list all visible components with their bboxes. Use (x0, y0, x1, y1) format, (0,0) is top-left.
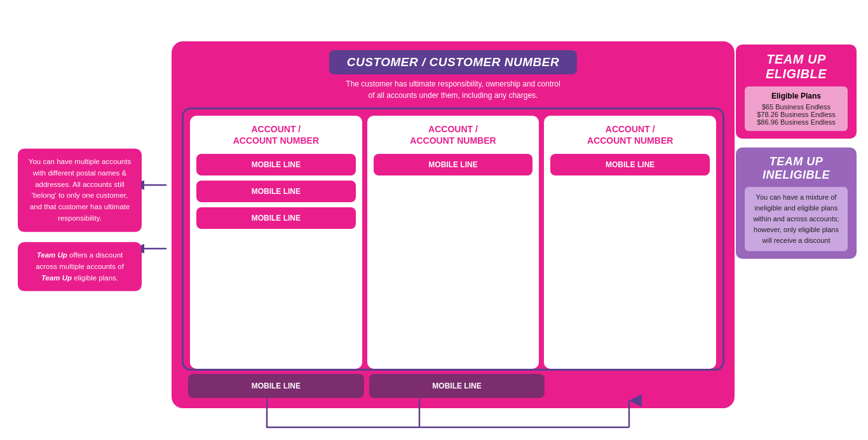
team-up-info: Team Up offers a discount across multipl… (18, 242, 142, 291)
right-info-panel: TEAM UP ELIGIBLE Eligible Plans $65 Busi… (736, 45, 857, 259)
mobile-line-1-1: MOBILE LINE (196, 154, 356, 175)
account-2-header: ACCOUNT / ACCOUNT NUMBER (374, 123, 533, 146)
multiple-accounts-info: You can have multiple accounts with diff… (18, 149, 142, 232)
team-up-ineligible-box: TEAM UP INELIGIBLE You can have a mixtur… (736, 148, 857, 259)
bottom-mobile-lines: MOBILE LINE MOBILE LINE (182, 369, 724, 398)
team-up-info-text: Team Up offers a discount across multipl… (36, 251, 124, 282)
bottom-empty-col (550, 374, 718, 398)
account-col-1: ACCOUNT / ACCOUNT NUMBER MOBILE LINE MOB… (190, 116, 362, 369)
customer-header: CUSTOMER / CUSTOMER NUMBER (329, 50, 577, 74)
team-up-eligible-header: TEAM UP ELIGIBLE (745, 52, 848, 81)
account-col-3: ACCOUNT / ACCOUNT NUMBER MOBILE LINE (544, 116, 716, 369)
team-up-eligible-box: TEAM UP ELIGIBLE Eligible Plans $65 Busi… (736, 45, 857, 139)
account-3-header: ACCOUNT / ACCOUNT NUMBER (550, 123, 710, 146)
left-info-panel: You can have multiple accounts with diff… (18, 149, 142, 291)
customer-box: CUSTOMER / CUSTOMER NUMBER The customer … (172, 41, 735, 408)
eligible-plan-1: $65 Business Endless (751, 103, 841, 111)
accounts-area: ACCOUNT / ACCOUNT NUMBER MOBILE LINE MOB… (182, 107, 724, 371)
bottom-mobile-line-2: MOBILE LINE (369, 374, 545, 398)
eligible-plans-title: Eligible Plans (751, 92, 841, 100)
ineligible-body: You can have a mixture of ineligible and… (745, 187, 848, 251)
multiple-accounts-text: You can have multiple accounts with diff… (29, 158, 131, 222)
eligible-plan-2: $78.26 Business Endless (751, 111, 841, 118)
left-arrow-1 (141, 175, 173, 195)
eligible-plan-3: $86.96 Business Endless (751, 118, 841, 126)
mobile-line-3-1: MOBILE LINE (550, 154, 710, 175)
team-up-ineligible-header: TEAM UP INELIGIBLE (745, 155, 848, 182)
account-1-header: ACCOUNT / ACCOUNT NUMBER (196, 123, 356, 146)
account-col-2: ACCOUNT / ACCOUNT NUMBER MOBILE LINE (367, 116, 539, 369)
bottom-mobile-line-1: MOBILE LINE (188, 374, 364, 398)
customer-description: The customer has ultimate responsibility… (346, 78, 560, 101)
mobile-line-2-1: MOBILE LINE (374, 154, 533, 175)
mobile-line-1-2: MOBILE LINE (196, 181, 356, 202)
left-arrow-2 (141, 239, 173, 258)
eligible-plans-panel: Eligible Plans $65 Business Endless $78.… (745, 86, 848, 131)
mobile-line-1-3: MOBILE LINE (196, 207, 356, 229)
